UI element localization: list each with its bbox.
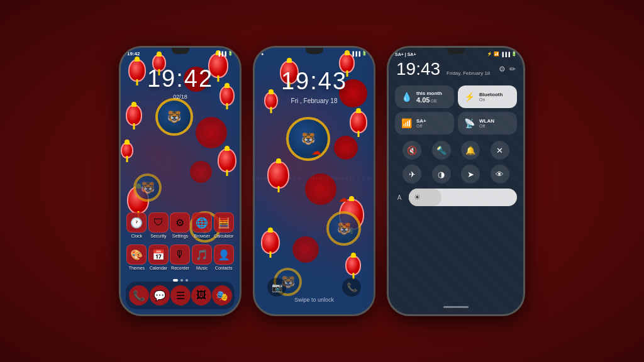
- contacts-icon: 👤: [214, 244, 234, 265]
- lock-lantern-4: [350, 111, 367, 133]
- lock-gold-2: [326, 211, 361, 246]
- cc-sa-sublabel: Off: [416, 124, 449, 128]
- calculator-label: Calculator: [214, 234, 234, 238]
- gold-circle-1: [155, 98, 193, 136]
- lock-lantern-5: [267, 161, 289, 189]
- home-screen: 19:42 ▐▐▐ 🔋 19:42 02/18 🕐 Clock 🛡 Securi…: [121, 48, 240, 314]
- location-btn[interactable]: ➤: [461, 165, 480, 184]
- cloud-2: ☁: [338, 192, 348, 204]
- app-themes[interactable]: 🎨 Themes: [126, 244, 147, 270]
- lock-gold-1: [286, 117, 330, 161]
- home-date: 02/18: [121, 94, 240, 100]
- recorder-icon: 🎙: [170, 244, 190, 265]
- app-settings[interactable]: ⚙ Settings: [170, 212, 190, 238]
- edit-icon[interactable]: ✏: [509, 65, 516, 74]
- dock-themes[interactable]: 🎭: [212, 285, 232, 305]
- cc-sa-label: SA+: [416, 118, 449, 124]
- cc-brightness-row: A ☀: [389, 185, 523, 210]
- app-calendar[interactable]: 📅 Calendar: [148, 244, 169, 270]
- airplane-btn[interactable]: ✈: [402, 165, 421, 184]
- app-clock[interactable]: 🕐 Clock: [126, 212, 147, 238]
- bluetooth-icon: ⚡: [463, 92, 475, 102]
- lock-lantern-7: [261, 230, 280, 254]
- dock-menu[interactable]: ☰: [170, 285, 191, 305]
- eye-btn[interactable]: 👁: [491, 165, 509, 184]
- music-label: Music: [196, 266, 208, 270]
- cc-sa-text: SA+ Off: [416, 118, 449, 128]
- dock-gallery[interactable]: 🖼: [191, 285, 211, 305]
- lock-time-container: 19:43 Fri , February 18: [255, 68, 374, 104]
- cc-battery-status: 🔋: [511, 52, 517, 57]
- lock-bottom-controls: 📷 📞: [255, 278, 374, 297]
- bell-btn[interactable]: 🔔: [461, 141, 480, 160]
- app-contacts[interactable]: 👤 Contacts: [214, 244, 234, 270]
- cc-tile-bluetooth[interactable]: ⚡ Bluetooth On: [458, 85, 517, 108]
- swipe-to-unlock[interactable]: Swipe to unlock: [255, 297, 374, 303]
- lock-red-4: [292, 236, 319, 263]
- cc-tile-sa[interactable]: 📶 SA+ Off: [395, 112, 454, 134]
- wifi-icon: 📡: [463, 118, 475, 128]
- home-dock: 📞 💬 ☰ 🖼 🎭: [126, 282, 235, 309]
- settings-icon: ⚙: [170, 212, 190, 233]
- torch-btn[interactable]: 🔦: [432, 141, 451, 160]
- cc-status-icons: ⚡ 📶 ▐▐▐ 🔋: [487, 52, 517, 57]
- signal-bars-icon: 📶: [400, 118, 413, 128]
- lantern-5: [126, 104, 142, 126]
- app-recorder[interactable]: 🎙 Recorder: [170, 244, 190, 270]
- app-grid: 🕐 Clock 🛡 Security ⚙ Settings 🌐 Browser …: [121, 212, 240, 277]
- cc-wlan-sublabel: Off: [479, 124, 512, 128]
- cc-status-bar: SA+ | SA+ ⚡ 📶 ▐▐▐ 🔋: [389, 48, 523, 58]
- cc-bt-sublabel: On: [479, 97, 512, 102]
- lock-phone-btn[interactable]: 📞: [342, 278, 361, 297]
- cc-tile-data[interactable]: 💧 this month 4.05 GB: [395, 85, 454, 108]
- home-time-display: 19:42 02/18: [121, 65, 240, 100]
- security-icon: 🛡: [148, 212, 169, 233]
- app-music[interactable]: 🎵 Music: [192, 244, 212, 270]
- cross-btn[interactable]: ✕: [491, 141, 509, 160]
- calculator-icon: 🧮: [214, 212, 234, 233]
- cc-wlan-text: WLAN Off: [479, 118, 512, 128]
- cc-time-group: 19:43 Friday, February 18: [396, 59, 490, 79]
- lock-status-icons: ⚡ ▐▐▐ 🔋: [344, 51, 367, 56]
- lock-status-left: ●: [261, 52, 264, 56]
- status-time-home: 19:42: [127, 51, 140, 57]
- cc-bt-label: Bluetooth: [479, 92, 512, 97]
- settings-gear-icon[interactable]: ⚙: [499, 65, 506, 74]
- app-calculator[interactable]: 🧮 Calculator: [214, 212, 234, 238]
- recorder-label: Recorder: [171, 266, 189, 270]
- cc-tile-wlan[interactable]: 📡 WLAN Off: [458, 112, 517, 134]
- app-row-1: 🕐 Clock 🛡 Security ⚙ Settings 🌐 Browser …: [126, 212, 235, 238]
- status-bar-home: 19:42 ▐▐▐ 🔋: [121, 48, 240, 59]
- cloud-1: ☁: [311, 145, 321, 157]
- auto-brightness-label: A: [395, 194, 404, 201]
- brightness-slider[interactable]: ☀: [409, 189, 517, 206]
- themes-icon: 🎨: [126, 244, 147, 265]
- lock-lantern-8: [345, 255, 361, 275]
- lock-red-3: [305, 173, 336, 205]
- battery-icon: 🔋: [228, 51, 233, 56]
- cc-data-label: this month: [416, 90, 449, 96]
- control-center-screen: SA+ | SA+ ⚡ 📶 ▐▐▐ 🔋 19:43 Friday, Februa…: [389, 48, 523, 314]
- contrast-btn[interactable]: ◑: [432, 165, 451, 184]
- lock-clock: 19:43: [255, 68, 374, 95]
- settings-label: Settings: [172, 234, 188, 238]
- browser-icon: 🌐: [192, 212, 212, 233]
- app-row-2: 🎨 Themes 📅 Calendar 🎙 Recorder 🎵 Music 👤: [126, 244, 235, 270]
- cc-data-value: 4.05: [416, 96, 430, 104]
- lantern-7: [218, 148, 236, 172]
- app-security[interactable]: 🛡 Security: [148, 212, 169, 238]
- phone-home: 19:42 ▐▐▐ 🔋 19:42 02/18 🕐 Clock 🛡 Securi…: [119, 46, 242, 316]
- brightness-sun-icon: ☀: [414, 193, 421, 202]
- lock-bluetooth-icon: ⚡: [344, 51, 350, 56]
- cc-carrier: SA+ | SA+: [395, 52, 416, 57]
- cc-wlan-label: WLAN: [479, 118, 512, 124]
- mute-btn[interactable]: 🔇: [402, 141, 421, 160]
- app-browser[interactable]: 🌐 Browser: [192, 212, 212, 238]
- cc-signal-status: ▐▐▐: [501, 52, 510, 57]
- cc-clock: 19:43: [396, 59, 440, 79]
- dock-phone[interactable]: 📞: [129, 285, 149, 305]
- cc-bluetooth-status: ⚡: [487, 52, 492, 57]
- lock-camera-btn[interactable]: 📷: [267, 278, 286, 297]
- cc-date-label: Friday, February 18: [447, 70, 490, 76]
- dock-messages[interactable]: 💬: [150, 285, 170, 305]
